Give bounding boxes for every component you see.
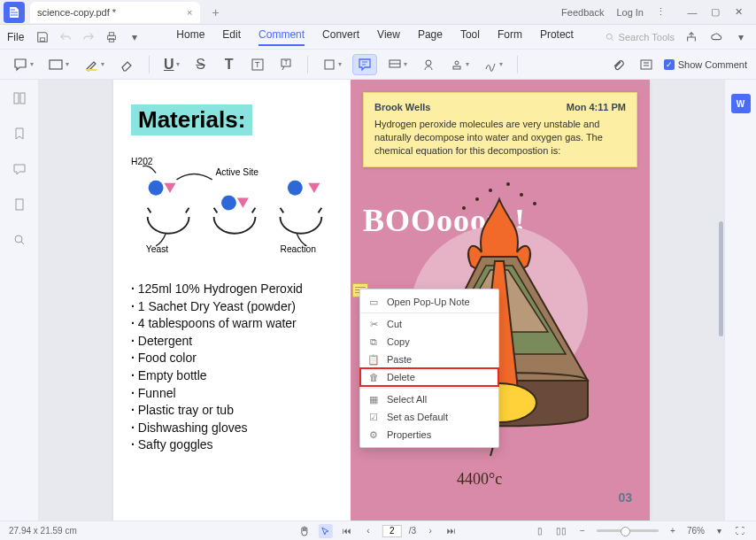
last-page-icon[interactable]: ⏭: [444, 524, 459, 538]
kebab-menu-icon[interactable]: ⋮: [656, 6, 666, 18]
tab-page[interactable]: Page: [418, 28, 443, 46]
chemistry-sketch: H202 Active Site Yeast Reaction: [131, 151, 338, 258]
single-page-view-icon[interactable]: ▯: [533, 524, 547, 538]
context-menu: ▭Open Pop-Up Note ✂Cut ⧉Copy 📋Paste 🗑Del…: [359, 289, 499, 448]
svg-text:T: T: [284, 59, 289, 66]
shape-tool[interactable]: ▾: [319, 54, 345, 75]
tab-protect[interactable]: Protect: [540, 28, 574, 46]
tab-tool[interactable]: Tool: [460, 28, 480, 46]
bookmark-panel-icon[interactable]: [10, 124, 29, 143]
svg-point-4: [606, 34, 612, 39]
print-icon[interactable]: [104, 29, 120, 45]
tab-edit[interactable]: Edit: [222, 28, 241, 46]
zoom-slider[interactable]: [597, 529, 659, 532]
comment-popup[interactable]: Brook Wells Mon 4:11 PM Hydrogen peroxid…: [363, 92, 637, 167]
page-number: 03: [618, 490, 632, 505]
zoom-in-icon[interactable]: +: [666, 524, 680, 538]
attachment-tool[interactable]: [607, 54, 629, 75]
search-tools[interactable]: Search Tools: [605, 32, 675, 42]
panel-toggle-icon[interactable]: ▾: [733, 29, 749, 45]
comment-list-tool[interactable]: [636, 54, 657, 75]
file-menu[interactable]: File: [7, 31, 24, 43]
tab-comment[interactable]: Comment: [258, 28, 305, 46]
show-comment-toggle[interactable]: ✓ Show Comment: [664, 59, 747, 70]
ctx-properties[interactable]: ⚙Properties: [360, 426, 498, 444]
add-tab-button[interactable]: +: [207, 4, 225, 21]
thumbnail-panel-icon[interactable]: [10, 89, 29, 108]
document-viewport[interactable]: Materials: H202 Active Site: [39, 80, 724, 521]
materials-list: 125ml 10% Hydrogen Peroxid 1 Sachet Dry …: [131, 281, 338, 454]
ctx-cut[interactable]: ✂Cut: [360, 315, 498, 333]
ctx-open-popup[interactable]: ▭Open Pop-Up Note: [360, 293, 498, 311]
print-dropdown-icon[interactable]: ▾: [127, 29, 143, 45]
ctx-copy[interactable]: ⧉Copy: [360, 333, 498, 351]
scrollbar-thumb[interactable]: [719, 221, 723, 336]
attachments-panel-icon[interactable]: [10, 195, 29, 214]
draw-tool[interactable]: ▾: [480, 54, 506, 75]
close-tab-icon[interactable]: ×: [187, 7, 192, 18]
next-page-icon[interactable]: ›: [423, 524, 437, 538]
select-tool-icon[interactable]: [319, 524, 333, 538]
tab-convert[interactable]: Convert: [322, 28, 359, 46]
sticky-note-tool[interactable]: [352, 54, 377, 75]
close-window-icon[interactable]: ✕: [729, 4, 747, 21]
page-dimensions: 27.94 x 21.59 cm: [9, 526, 77, 536]
hand-tool-icon[interactable]: [297, 524, 312, 538]
ctx-paste[interactable]: 📋Paste: [360, 351, 498, 368]
ctx-select-all[interactable]: ▦Select All: [360, 390, 498, 408]
redo-icon[interactable]: [81, 29, 96, 45]
svg-rect-19: [16, 199, 23, 210]
login-link[interactable]: Log In: [616, 7, 644, 18]
svg-point-14: [455, 61, 459, 65]
underline-tool[interactable]: U▾: [160, 54, 183, 75]
fullscreen-icon[interactable]: ⛶: [733, 524, 747, 538]
checkbox-icon: ✓: [664, 59, 675, 70]
search-placeholder: Search Tools: [619, 32, 675, 42]
feedback-link[interactable]: Feedback: [561, 7, 604, 18]
highlight-tool[interactable]: ▾: [80, 54, 108, 75]
callout-tool[interactable]: T: [275, 54, 297, 75]
tab-form[interactable]: Form: [498, 28, 522, 46]
minimize-icon[interactable]: —: [683, 4, 701, 21]
svg-rect-2: [110, 32, 114, 35]
svg-rect-11: [325, 60, 334, 69]
text-tool[interactable]: T: [219, 54, 240, 75]
copy-icon: ⧉: [367, 336, 380, 348]
first-page-icon[interactable]: ⏮: [340, 524, 354, 538]
page-input[interactable]: [382, 525, 402, 537]
zoom-dropdown-icon[interactable]: ▾: [712, 524, 726, 538]
tab-view[interactable]: View: [377, 28, 400, 46]
cloud-icon[interactable]: [708, 29, 724, 45]
stamp2-tool[interactable]: ▾: [446, 54, 473, 75]
list-item: Plastic tray or tub: [131, 402, 338, 420]
maximize-icon[interactable]: ▢: [706, 4, 724, 21]
comments-panel-icon[interactable]: [10, 159, 29, 179]
svg-point-28: [475, 197, 479, 201]
list-item: 4 tablespoons of warm water: [131, 315, 338, 333]
note-tool[interactable]: ▾: [9, 54, 37, 75]
prev-page-icon[interactable]: ‹: [361, 524, 375, 538]
convert-to-word-icon[interactable]: W: [731, 94, 751, 113]
ctx-delete[interactable]: 🗑Delete: [360, 368, 498, 386]
stamp-tool[interactable]: ▾: [384, 54, 411, 75]
signature-tool[interactable]: [418, 54, 439, 75]
share-icon[interactable]: [683, 29, 699, 45]
undo-icon[interactable]: [58, 29, 73, 45]
document-tab[interactable]: science-copy.pdf * ×: [30, 2, 200, 23]
list-item: Safty goggles: [131, 436, 338, 454]
two-page-view-icon[interactable]: ▯▯: [554, 524, 568, 538]
list-item: 125ml 10% Hydrogen Peroxid: [131, 281, 338, 298]
textbox-tool[interactable]: ▾: [44, 54, 73, 75]
ctx-set-default[interactable]: ☑Set as Default: [360, 408, 498, 426]
vertical-scrollbar[interactable]: [717, 80, 724, 521]
eraser-tool[interactable]: [115, 54, 138, 75]
zoom-out-icon[interactable]: −: [575, 524, 590, 538]
search-panel-icon[interactable]: [10, 230, 29, 250]
svg-point-23: [288, 181, 303, 196]
area-highlight-tool[interactable]: T: [247, 54, 268, 75]
save-icon[interactable]: [35, 29, 50, 45]
statusbar: 27.94 x 21.59 cm ⏮ ‹ /3 › ⏭ ▯ ▯▯ − + 76%…: [0, 521, 756, 540]
strikethrough-tool[interactable]: S: [190, 54, 212, 75]
tab-home[interactable]: Home: [176, 28, 204, 46]
reaction-label: Reaction: [280, 244, 316, 254]
